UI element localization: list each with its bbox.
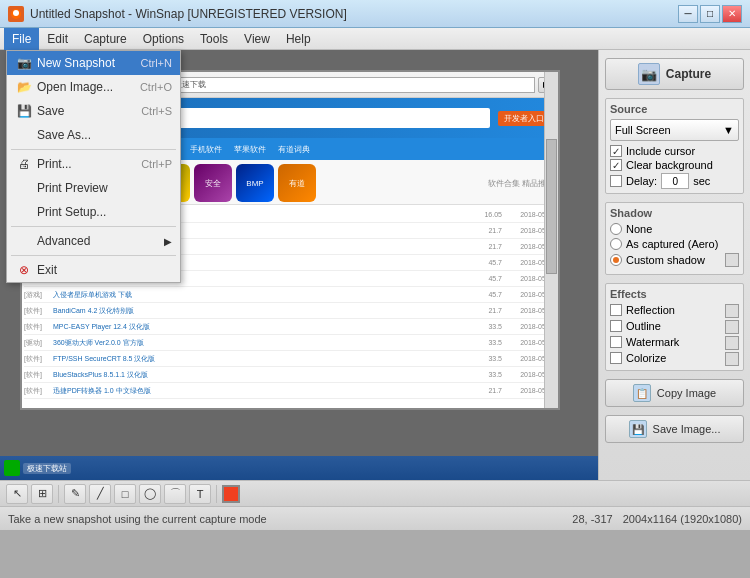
advanced-icon — [15, 232, 33, 250]
watermark-checkbox[interactable] — [610, 336, 622, 348]
shadow-none-radio[interactable] — [610, 223, 622, 235]
menu-advanced[interactable]: Advanced ▶ — [7, 229, 180, 253]
list-item: [软件]FTP/SSH SecureCRT 8.5 汉化版33.52018-05… — [24, 351, 556, 367]
copy-icon: 📋 — [633, 384, 651, 402]
scrollbar-v[interactable] — [544, 72, 558, 408]
shadow-custom-radio[interactable] — [610, 254, 622, 266]
menu-bar: File Edit Capture Options Tools View Hel… — [0, 28, 750, 50]
status-dims: 2004x1164 (1920x1080) — [623, 513, 742, 525]
shadow-custom-row: Custom shadow — [610, 253, 739, 267]
title-bar-left: Untitled Snapshot - WinSnap [UNREGISTERE… — [8, 6, 347, 22]
menu-view[interactable]: View — [236, 28, 278, 50]
shadow-aero-radio[interactable] — [610, 238, 622, 250]
ellipse-tool[interactable]: ◯ — [139, 484, 161, 504]
exit-icon: ⊗ — [15, 261, 33, 279]
separator-1 — [11, 149, 176, 150]
menu-edit[interactable]: Edit — [39, 28, 76, 50]
title-buttons: ─ □ ✕ — [678, 5, 742, 23]
menu-capture[interactable]: Capture — [76, 28, 135, 50]
menu-print-preview[interactable]: Print Preview — [7, 176, 180, 200]
nav-apple: 苹果软件 — [230, 143, 270, 156]
menu-print[interactable]: 🖨 Print... Ctrl+P — [7, 152, 180, 176]
clear-background-row: Clear background — [610, 159, 739, 171]
separator-3 — [11, 255, 176, 256]
shadow-title: Shadow — [610, 207, 739, 219]
pen-tool[interactable]: ✎ — [64, 484, 86, 504]
colorize-settings[interactable] — [725, 352, 739, 366]
status-message: Take a new snapshot using the current ca… — [8, 513, 562, 525]
crosshair-tool[interactable]: ⊞ — [31, 484, 53, 504]
minimize-button[interactable]: ─ — [678, 5, 698, 23]
window-title: Untitled Snapshot - WinSnap [UNREGISTERE… — [30, 7, 347, 21]
shadow-aero-row: As captured (Aero) — [610, 238, 739, 250]
reflection-settings[interactable] — [725, 304, 739, 318]
list-item: [软件]BandiCam 4.2 汉化特别版21.72018-05-27 — [24, 303, 556, 319]
menu-open-image[interactable]: 📂 Open Image... Ctrl+O — [7, 75, 180, 99]
watermark-row: Watermark — [610, 336, 721, 348]
shadow-section: Shadow None As captured (Aero) Custom sh… — [605, 202, 744, 275]
menu-options[interactable]: Options — [135, 28, 192, 50]
shadow-settings-icon[interactable] — [725, 253, 739, 267]
list-item: [软件]BlueStacksPlus 8.5.1.1 汉化版33.52018-0… — [24, 367, 556, 383]
save-disk-icon: 💾 — [629, 420, 647, 438]
curve-tool[interactable]: ⌒ — [164, 484, 186, 504]
include-cursor-row: Include cursor — [610, 145, 739, 157]
close-button[interactable]: ✕ — [722, 5, 742, 23]
menu-tools[interactable]: Tools — [192, 28, 236, 50]
print-icon: 🖨 — [15, 155, 33, 173]
dev-entry-btn: 开发者入口 — [498, 111, 550, 126]
arrow-tool[interactable]: ↖ — [6, 484, 28, 504]
right-panel: 📷 Capture Source Full Screen ▼ Include c… — [598, 50, 750, 480]
list-item: [驱动]360驱动大师 Ver2.0.0 官方版33.52018-05-26 — [24, 335, 556, 351]
camera-icon: 📷 — [15, 54, 33, 72]
watermark-settings[interactable] — [725, 336, 739, 350]
clear-background-checkbox[interactable] — [610, 159, 622, 171]
menu-exit[interactable]: ⊗ Exit — [7, 258, 180, 282]
delay-input[interactable] — [661, 173, 689, 189]
app-icon — [8, 6, 24, 22]
submenu-arrow: ▶ — [164, 236, 172, 247]
save-image-button[interactable]: 💾 Save Image... — [605, 415, 744, 443]
app7-icon: 有道 — [278, 164, 316, 202]
color-picker[interactable] — [222, 485, 240, 503]
status-bar: Take a new snapshot using the current ca… — [0, 506, 750, 530]
source-title: Source — [610, 103, 739, 115]
outline-settings[interactable] — [725, 320, 739, 334]
rect-tool[interactable]: □ — [114, 484, 136, 504]
delay-checkbox[interactable] — [610, 175, 622, 187]
source-dropdown[interactable]: Full Screen ▼ — [610, 119, 739, 141]
text-tool[interactable]: T — [189, 484, 211, 504]
tool-separator-2 — [216, 485, 217, 503]
menu-save[interactable]: 💾 Save Ctrl+S — [7, 99, 180, 123]
line-tool[interactable]: ╱ — [89, 484, 111, 504]
capture-button[interactable]: 📷 Capture — [605, 58, 744, 90]
menu-save-as[interactable]: Save As... — [7, 123, 180, 147]
title-bar: Untitled Snapshot - WinSnap [UNREGISTERE… — [0, 0, 750, 28]
menu-print-setup[interactable]: Print Setup... — [7, 200, 180, 224]
app6-icon: BMP — [236, 164, 274, 202]
menu-help[interactable]: Help — [278, 28, 319, 50]
file-dropdown-menu: 📷 New Snapshot Ctrl+N 📂 Open Image... Ct… — [6, 50, 181, 283]
toolbar: ↖ ⊞ ✎ ╱ □ ◯ ⌒ T — [0, 480, 750, 506]
source-section: Source Full Screen ▼ Include cursor Clea… — [605, 98, 744, 194]
list-item: [软件]迅捷PDF转换器 1.0 中文绿色版21.72018-05-25 — [24, 383, 556, 399]
nav-games: 有道词典 — [274, 143, 314, 156]
outline-checkbox[interactable] — [610, 320, 622, 332]
menu-file[interactable]: File — [4, 28, 39, 50]
canvas-taskbar: 极速下载站 — [0, 456, 598, 480]
open-icon: 📂 — [15, 78, 33, 96]
menu-new-snapshot[interactable]: 📷 New Snapshot Ctrl+N — [7, 51, 180, 75]
spacer — [320, 164, 484, 202]
effects-section: Effects Reflection Outline Watermark — [605, 283, 744, 371]
print-preview-icon — [15, 179, 33, 197]
save-icon: 💾 — [15, 102, 33, 120]
maximize-button[interactable]: □ — [700, 5, 720, 23]
nav-mobile: 手机软件 — [186, 143, 226, 156]
reflection-checkbox[interactable] — [610, 304, 622, 316]
copy-image-button[interactable]: 📋 Copy Image — [605, 379, 744, 407]
svg-point-1 — [13, 10, 19, 16]
include-cursor-checkbox[interactable] — [610, 145, 622, 157]
save-as-icon — [15, 126, 33, 144]
colorize-checkbox[interactable] — [610, 352, 622, 364]
taskbar-item: 极速下载站 — [23, 463, 71, 474]
